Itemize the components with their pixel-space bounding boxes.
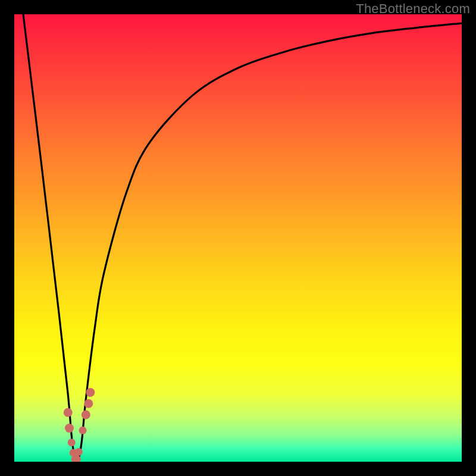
marker-dot	[82, 411, 90, 419]
marker-dot	[65, 424, 74, 433]
chart-frame: TheBottleneck.com	[0, 0, 476, 476]
marker-dot	[64, 408, 73, 417]
marker-dot	[84, 399, 93, 408]
marker-dot	[79, 427, 87, 434]
marker-dot	[75, 448, 83, 456]
watermark-text: TheBottleneck.com	[356, 1, 470, 17]
marker-dot	[68, 439, 76, 446]
plot-area	[14, 14, 462, 462]
chart-svg	[14, 14, 462, 462]
marker-dot	[86, 388, 95, 397]
